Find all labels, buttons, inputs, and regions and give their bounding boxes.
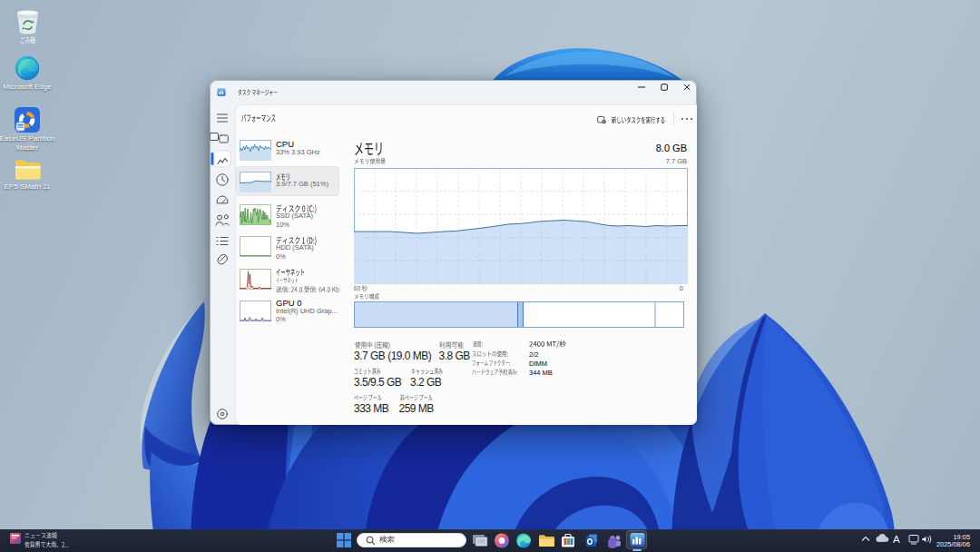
svg-text:A: A [893, 534, 900, 545]
